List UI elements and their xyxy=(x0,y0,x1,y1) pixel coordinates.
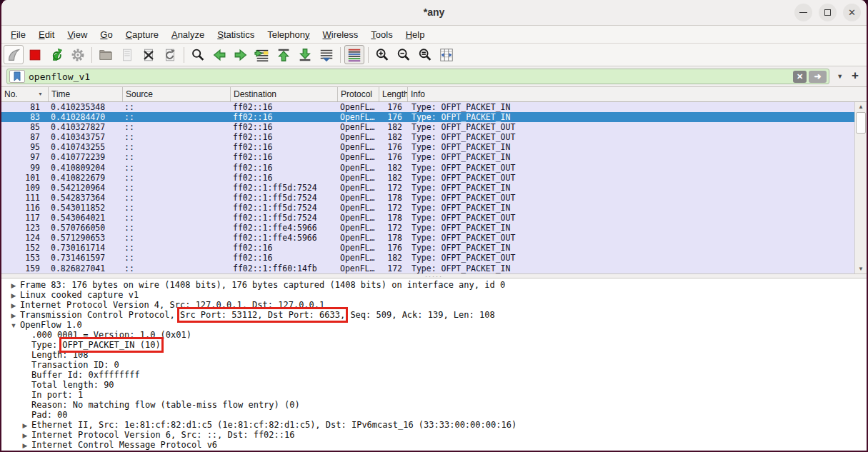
packet-row-124[interactable]: 1240.571290653::ff02::1:ffe4:5966OpenFL…… xyxy=(1,233,867,243)
collapsed-arrow-icon[interactable]: ▶ xyxy=(19,421,31,431)
packet-row-99[interactable]: 990.410809204::ff02::16OpenFL…182Type: O… xyxy=(1,163,867,173)
find-packet-button[interactable] xyxy=(188,45,208,64)
packet-row-83[interactable]: 830.410284470::ff02::16OpenFL…176Type: O… xyxy=(1,112,867,122)
detail-line[interactable]: Length: 108 xyxy=(1,350,867,360)
detail-line[interactable]: ▼OpenFlow 1.0 xyxy=(1,320,867,330)
minimize-button[interactable] xyxy=(794,4,812,21)
cell-source: :: xyxy=(123,102,231,112)
go-first-button[interactable] xyxy=(274,45,294,64)
start-capture-button[interactable] xyxy=(4,45,24,64)
column-header-length[interactable]: Length xyxy=(379,87,408,101)
packet-row-111[interactable]: 1110.542837364::ff02::1:ff5d:7524OpenFL…… xyxy=(1,193,867,203)
detail-line[interactable]: ▶Internet Control Message Protocol v6 xyxy=(1,440,867,450)
reload-file-button[interactable] xyxy=(160,45,180,64)
detail-line[interactable]: ▶Ethernet II, Src: 1e:81:cf:82:d1:c5 (1e… xyxy=(1,420,867,430)
detail-line[interactable]: Transaction ID: 0 xyxy=(1,360,867,370)
column-header-no[interactable]: No.▼ xyxy=(1,87,49,101)
detail-line[interactable]: Reason: No matching flow (table-miss flo… xyxy=(1,400,867,410)
packet-row-117[interactable]: 1170.543064021::ff02::1:ff5d:7524OpenFL…… xyxy=(1,213,867,223)
detail-line[interactable]: Buffer Id: 0xffffffff xyxy=(1,370,867,380)
expanded-arrow-icon[interactable]: ▼ xyxy=(7,321,20,331)
save-file-button[interactable] xyxy=(117,45,137,64)
display-filter-field[interactable]: openflow_v1 ✕ ➜ xyxy=(6,69,829,84)
go-last-button[interactable] xyxy=(295,45,315,64)
detail-line[interactable]: ▶Linux cooked capture v1 xyxy=(1,290,867,300)
packet-row-116[interactable]: 1160.543011852::ff02::1:ff5d:7524OpenFL…… xyxy=(1,203,867,213)
filter-apply-button[interactable]: ➜ xyxy=(809,71,827,83)
go-back-button[interactable] xyxy=(209,45,229,64)
restart-capture-button[interactable] xyxy=(46,45,66,64)
menu-item-go[interactable]: Go xyxy=(94,27,119,42)
scrollbar-thumb[interactable] xyxy=(856,112,866,134)
column-header-time[interactable]: Time xyxy=(49,87,123,101)
zoom-original-button[interactable] xyxy=(415,45,435,64)
menu-item-view[interactable]: View xyxy=(61,27,94,42)
detail-line[interactable]: Pad: 00 xyxy=(1,410,867,420)
packet-row-85[interactable]: 850.410327827::ff02::16OpenFL…182Type: O… xyxy=(1,122,867,132)
open-file-button[interactable] xyxy=(96,45,116,64)
collapsed-arrow-icon[interactable]: ▶ xyxy=(19,431,31,441)
filter-input[interactable]: openflow_v1 xyxy=(29,71,793,82)
detail-line[interactable]: ▶Frame 83: 176 bytes on wire (1408 bits)… xyxy=(1,280,867,290)
go-to-packet-button[interactable] xyxy=(252,45,272,64)
menu-item-help[interactable]: Help xyxy=(399,27,431,42)
packet-row-153[interactable]: 1530.731461597::ff02::16OpenFL…182Type: … xyxy=(1,253,867,263)
collapsed-arrow-icon[interactable]: ▶ xyxy=(7,301,20,311)
packet-row-101[interactable]: 1010.410822679::ff02::16OpenFL…182Type: … xyxy=(1,173,867,183)
menu-item-edit[interactable]: Edit xyxy=(32,27,61,42)
close-button[interactable]: ✕ xyxy=(843,4,861,21)
filter-bookmark-button[interactable] xyxy=(9,70,25,83)
go-forward-button[interactable] xyxy=(231,45,251,64)
detail-line[interactable]: Type: OFPT_PACKET_IN (10) xyxy=(1,340,867,350)
detail-line[interactable]: Total length: 90 xyxy=(1,380,867,390)
menu-item-capture[interactable]: Capture xyxy=(119,27,165,42)
vertical-scrollbar[interactable]: ▲ ▼ xyxy=(854,102,867,273)
column-header-info[interactable]: Info xyxy=(408,87,867,101)
colorize-button[interactable] xyxy=(344,45,364,64)
detail-line[interactable]: In port: 1 xyxy=(1,390,867,400)
detail-line[interactable]: .000 0001 = Version: 1.0 (0x01) xyxy=(1,330,867,340)
packet-row-152[interactable]: 1520.730161714::ff02::16OpenFL…176Type: … xyxy=(1,243,867,253)
detail-line[interactable]: ▶Transmission Control Protocol, Src Port… xyxy=(1,310,867,320)
scroll-down-arrow-icon[interactable]: ▼ xyxy=(855,264,867,273)
pane-splitter[interactable]: ····· xyxy=(1,273,867,278)
column-header-source[interactable]: Source xyxy=(123,87,231,101)
resize-columns-button[interactable] xyxy=(437,45,457,64)
menu-item-wireless[interactable]: Wireless xyxy=(316,27,365,42)
column-header-protocol[interactable]: Protocol xyxy=(338,87,379,101)
menu-item-analyze[interactable]: Analyze xyxy=(165,27,211,42)
filter-add-button[interactable]: + xyxy=(850,69,862,84)
zoom-in-button[interactable] xyxy=(372,45,392,64)
filter-dropdown-chevron[interactable]: ▼ xyxy=(834,73,846,80)
cell-info: Type: OFPT_PACKET_OUT xyxy=(408,122,867,132)
maximize-button[interactable] xyxy=(819,4,837,21)
column-header-destination[interactable]: Destination xyxy=(231,87,338,101)
scroll-up-arrow-icon[interactable]: ▲ xyxy=(855,102,867,111)
collapsed-arrow-icon[interactable]: ▶ xyxy=(19,441,31,451)
menu-item-statistics[interactable]: Statistics xyxy=(211,27,261,42)
packet-row-123[interactable]: 1230.570766050::ff02::1:ffe4:5966OpenFL…… xyxy=(1,223,867,233)
filter-clear-button[interactable]: ✕ xyxy=(793,71,807,83)
detail-line[interactable]: ▶Internet Protocol Version 6, Src: ::, D… xyxy=(1,430,867,440)
menu-item-tools[interactable]: Tools xyxy=(364,27,399,42)
close-file-button[interactable] xyxy=(139,45,159,64)
menu-item-telephony[interactable]: Telephony xyxy=(261,27,316,42)
cell-length: 182 xyxy=(379,173,408,183)
zoom-out-button[interactable] xyxy=(394,45,414,64)
packet-row-87[interactable]: 870.410343757::ff02::16OpenFL…182Type: O… xyxy=(1,132,867,142)
capture-options-button[interactable] xyxy=(68,45,88,64)
collapsed-arrow-icon[interactable]: ▶ xyxy=(7,311,20,321)
auto-scroll-button[interactable] xyxy=(316,45,336,64)
stop-capture-button[interactable] xyxy=(25,45,45,64)
packet-row-95[interactable]: 950.410743255::ff02::16OpenFL…176Type: O… xyxy=(1,142,867,152)
cell-destination: ff02::1:ffe4:5966 xyxy=(231,233,338,243)
collapsed-arrow-icon[interactable]: ▶ xyxy=(7,291,20,301)
detail-line[interactable]: ▶Internet Protocol Version 4, Src: 127.0… xyxy=(1,300,867,310)
packet-row-159[interactable]: 1590.826827041::ff02::1:ff60:14fbOpenFL…… xyxy=(1,263,867,273)
packet-row-109[interactable]: 1090.542120964::ff02::1:ff5d:7524OpenFL…… xyxy=(1,183,867,193)
packet-row-81[interactable]: 810.410235348::ff02::16OpenFL…176Type: O… xyxy=(1,102,867,112)
menu-item-file[interactable]: File xyxy=(4,27,32,42)
packet-row-97[interactable]: 970.410772239::ff02::16OpenFL…176Type: O… xyxy=(1,152,867,162)
toolbar-separator xyxy=(184,47,184,63)
collapsed-arrow-icon[interactable]: ▶ xyxy=(7,281,20,291)
